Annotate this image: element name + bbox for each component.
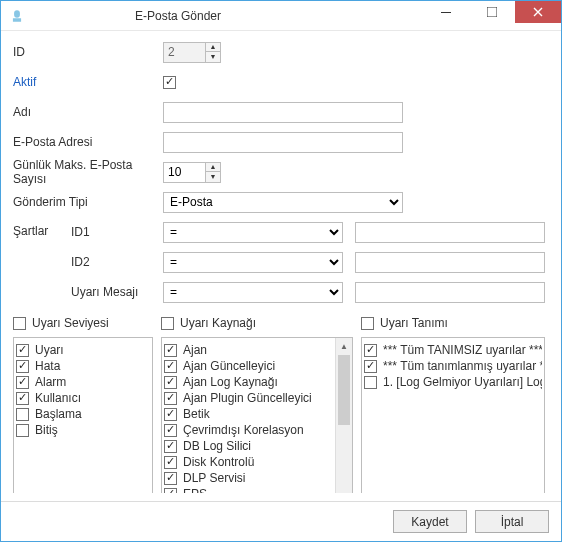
email-label: E-Posta Adresi bbox=[13, 135, 163, 149]
level-item[interactable]: Uyarı bbox=[16, 342, 150, 358]
condition-op-select[interactable]: = bbox=[163, 282, 343, 303]
def-item-checkbox[interactable] bbox=[364, 376, 377, 389]
id-field[interactable] bbox=[163, 42, 205, 63]
source-list[interactable]: AjanAjan GüncelleyiciAjan Log KaynağıAja… bbox=[161, 337, 353, 493]
aktif-label: Aktif bbox=[13, 75, 163, 89]
condition-value-field[interactable] bbox=[355, 252, 545, 273]
def-item[interactable]: *** Tüm tanımlanmış uyarılar *** bbox=[364, 358, 542, 374]
level-item[interactable]: Alarm bbox=[16, 374, 150, 390]
max-spin-up-icon[interactable]: ▲ bbox=[206, 163, 220, 173]
cancel-button[interactable]: İptal bbox=[475, 510, 549, 533]
id-label: ID bbox=[13, 45, 163, 59]
sendtype-select[interactable]: E-Posta bbox=[163, 192, 403, 213]
source-item-label: Çevrimdışı Korelasyon bbox=[183, 423, 304, 437]
scroll-thumb[interactable] bbox=[338, 355, 350, 425]
level-item-checkbox[interactable] bbox=[16, 392, 29, 405]
name-field[interactable] bbox=[163, 102, 403, 123]
level-item[interactable]: Hata bbox=[16, 358, 150, 374]
condition-row: Uyarı Mesajı= bbox=[71, 281, 549, 303]
id-spin-up-icon[interactable]: ▲ bbox=[206, 43, 220, 53]
source-item[interactable]: Betik bbox=[164, 406, 335, 422]
def-item[interactable]: 1. [Log Gelmiyor Uyarıları] Log Ge bbox=[364, 374, 542, 390]
level-item-checkbox[interactable] bbox=[16, 408, 29, 421]
condition-label: Uyarı Mesajı bbox=[71, 285, 163, 299]
source-item-checkbox[interactable] bbox=[164, 376, 177, 389]
level-list[interactable]: UyarıHataAlarmKullanıcıBaşlamaBitiş bbox=[13, 337, 153, 493]
condition-row: ID2= bbox=[71, 251, 549, 273]
source-item-checkbox[interactable] bbox=[164, 392, 177, 405]
level-item[interactable]: Kullanıcı bbox=[16, 390, 150, 406]
condition-value-field[interactable] bbox=[355, 282, 545, 303]
conditions-title: Şartlar bbox=[13, 221, 71, 311]
source-item[interactable]: Ajan Plugin Güncelleyici bbox=[164, 390, 335, 406]
def-header-checkbox[interactable] bbox=[361, 317, 374, 330]
source-item[interactable]: Ajan Güncelleyici bbox=[164, 358, 335, 374]
level-item-checkbox[interactable] bbox=[16, 376, 29, 389]
source-item-checkbox[interactable] bbox=[164, 440, 177, 453]
source-item[interactable]: Disk Kontrolü bbox=[164, 454, 335, 470]
level-item-label: Başlama bbox=[35, 407, 82, 421]
save-button[interactable]: Kaydet bbox=[393, 510, 467, 533]
window-title: E-Posta Gönder bbox=[29, 9, 327, 23]
footer: Kaydet İptal bbox=[1, 501, 561, 541]
def-header-label: Uyarı Tanımı bbox=[380, 316, 448, 330]
source-item-label: EPS bbox=[183, 487, 207, 493]
source-item-checkbox[interactable] bbox=[164, 472, 177, 485]
source-item[interactable]: Ajan bbox=[164, 342, 335, 358]
aktif-checkbox[interactable] bbox=[163, 76, 176, 89]
email-field[interactable] bbox=[163, 132, 403, 153]
level-item[interactable]: Başlama bbox=[16, 406, 150, 422]
close-button[interactable] bbox=[515, 1, 561, 23]
source-item-checkbox[interactable] bbox=[164, 488, 177, 494]
level-item-label: Hata bbox=[35, 359, 60, 373]
max-spinner[interactable]: ▲ ▼ bbox=[163, 162, 221, 183]
maximize-button[interactable] bbox=[469, 1, 515, 23]
source-item[interactable]: DLP Servisi bbox=[164, 470, 335, 486]
level-item-checkbox[interactable] bbox=[16, 344, 29, 357]
id-spin-down-icon[interactable]: ▼ bbox=[206, 52, 220, 62]
source-item-checkbox[interactable] bbox=[164, 408, 177, 421]
level-item-label: Alarm bbox=[35, 375, 66, 389]
source-item-checkbox[interactable] bbox=[164, 344, 177, 357]
max-spin-down-icon[interactable]: ▼ bbox=[206, 172, 220, 182]
condition-value-field[interactable] bbox=[355, 222, 545, 243]
level-item-checkbox[interactable] bbox=[16, 360, 29, 373]
condition-op-select[interactable]: = bbox=[163, 222, 343, 243]
sendtype-label: Gönderim Tipi bbox=[13, 195, 163, 209]
source-item[interactable]: DB Log Silici bbox=[164, 438, 335, 454]
email-send-window: E-Posta Gönder ID ▲ ▼ Akt bbox=[0, 0, 562, 542]
condition-op-select[interactable]: = bbox=[163, 252, 343, 273]
scroll-up-icon[interactable]: ▲ bbox=[336, 338, 352, 355]
def-item[interactable]: *** Tüm TANIMSIZ uyarılar *** bbox=[364, 342, 542, 358]
source-scrollbar[interactable]: ▲ ▼ bbox=[335, 338, 352, 493]
level-header-checkbox[interactable] bbox=[13, 317, 26, 330]
source-item-checkbox[interactable] bbox=[164, 456, 177, 469]
id-spinner[interactable]: ▲ ▼ bbox=[163, 42, 221, 63]
level-header-label: Uyarı Seviyesi bbox=[32, 316, 109, 330]
source-item[interactable]: EPS bbox=[164, 486, 335, 493]
level-item-label: Uyarı bbox=[35, 343, 64, 357]
def-item-label: 1. [Log Gelmiyor Uyarıları] Log Ge bbox=[383, 375, 542, 389]
def-item-checkbox[interactable] bbox=[364, 360, 377, 373]
source-header-checkbox[interactable] bbox=[161, 317, 174, 330]
max-field[interactable] bbox=[163, 162, 205, 183]
source-item-label: DB Log Silici bbox=[183, 439, 251, 453]
app-icon bbox=[9, 8, 25, 24]
source-header-label: Uyarı Kaynağı bbox=[180, 316, 256, 330]
source-item[interactable]: Ajan Log Kaynağı bbox=[164, 374, 335, 390]
source-item-checkbox[interactable] bbox=[164, 424, 177, 437]
level-item-label: Kullanıcı bbox=[35, 391, 81, 405]
def-item-checkbox[interactable] bbox=[364, 344, 377, 357]
source-item-checkbox[interactable] bbox=[164, 360, 177, 373]
source-item[interactable]: Çevrimdışı Korelasyon bbox=[164, 422, 335, 438]
name-label: Adı bbox=[13, 105, 163, 119]
condition-label: ID2 bbox=[71, 255, 163, 269]
source-item-label: Betik bbox=[183, 407, 210, 421]
source-item-label: DLP Servisi bbox=[183, 471, 245, 485]
def-list[interactable]: *** Tüm TANIMSIZ uyarılar ****** Tüm tan… bbox=[361, 337, 545, 493]
level-item-checkbox[interactable] bbox=[16, 424, 29, 437]
source-item-label: Ajan Log Kaynağı bbox=[183, 375, 278, 389]
level-item[interactable]: Bitiş bbox=[16, 422, 150, 438]
minimize-button[interactable] bbox=[423, 1, 469, 23]
source-item-label: Disk Kontrolü bbox=[183, 455, 254, 469]
